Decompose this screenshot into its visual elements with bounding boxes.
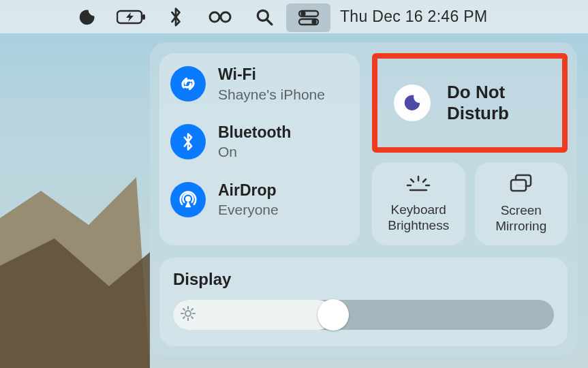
svg-line-26 <box>183 317 185 318</box>
bluetooth-title: Bluetooth <box>218 123 291 142</box>
display-card: Display <box>159 258 568 346</box>
bluetooth-subtitle: On <box>218 143 291 160</box>
keyboard-brightness-label: Keyboard Brightness <box>379 202 459 234</box>
svg-point-3 <box>221 12 230 22</box>
svg-line-27 <box>191 309 193 310</box>
bluetooth-icon[interactable] <box>153 0 198 33</box>
keyboard-brightness-card[interactable]: Keyboard Brightness <box>372 162 465 245</box>
menubar-datetime[interactable]: Thu Dec 16 2:46 PM <box>340 7 487 26</box>
slider-thumb[interactable] <box>318 299 349 331</box>
svg-line-13 <box>411 179 414 182</box>
svg-rect-18 <box>511 180 526 191</box>
control-center-panel: Wi-Fi Shayne's iPhone Bluetooth On A <box>150 42 577 357</box>
svg-line-25 <box>191 317 193 318</box>
hotspot-icon[interactable] <box>198 0 242 33</box>
spotlight-search-icon[interactable] <box>242 0 286 33</box>
battery-charging-icon[interactable] <box>109 0 153 33</box>
display-brightness-slider[interactable] <box>173 300 554 330</box>
wifi-title: Wi-Fi <box>218 65 325 85</box>
moon-icon <box>394 85 431 121</box>
sun-icon <box>180 305 196 324</box>
screen-mirroring-card[interactable]: Screen Mirroring <box>475 162 568 245</box>
keyboard-brightness-icon <box>405 174 432 196</box>
svg-rect-1 <box>142 14 145 20</box>
wifi-subtitle: Shayne's iPhone <box>218 86 325 103</box>
svg-point-9 <box>312 20 315 24</box>
airdrop-row[interactable]: AirDrop Everyone <box>170 181 349 219</box>
svg-point-7 <box>301 12 305 16</box>
control-center-icon[interactable] <box>286 3 330 32</box>
svg-line-5 <box>267 20 272 25</box>
svg-point-2 <box>210 12 219 22</box>
screen-mirroring-icon <box>508 173 535 196</box>
bluetooth-circle-icon <box>170 124 206 159</box>
focus-status-icon[interactable] <box>65 0 109 33</box>
svg-line-24 <box>183 309 185 310</box>
menubar: Thu Dec 16 2:46 PM <box>0 0 588 33</box>
bluetooth-row[interactable]: Bluetooth On <box>170 123 349 161</box>
hotspot-link-icon <box>170 66 206 102</box>
display-title: Display <box>173 270 554 289</box>
airdrop-circle-icon <box>170 182 206 217</box>
connectivity-card: Wi-Fi Shayne's iPhone Bluetooth On A <box>159 53 360 245</box>
wifi-row[interactable]: Wi-Fi Shayne's iPhone <box>170 65 349 103</box>
airdrop-subtitle: Everyone <box>218 201 279 218</box>
svg-point-10 <box>186 197 190 201</box>
svg-point-4 <box>258 10 268 20</box>
do-not-disturb-label: Do Not Disturb <box>447 82 509 124</box>
svg-line-14 <box>423 179 426 182</box>
svg-point-19 <box>185 311 191 316</box>
airdrop-title: AirDrop <box>218 181 279 200</box>
screen-mirroring-label: Screen Mirroring <box>482 203 561 234</box>
do-not-disturb-card[interactable]: Do Not Disturb <box>372 53 568 153</box>
